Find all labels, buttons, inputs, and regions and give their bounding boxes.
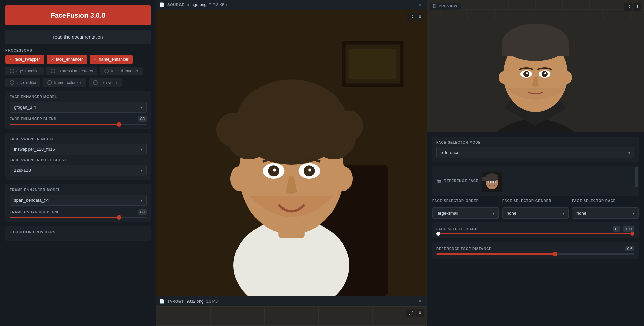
source-expand-button[interactable]: ⛶	[406, 13, 415, 21]
face-selector-gender-wrapper: none male female	[502, 207, 569, 219]
face-selector-race-label: FACE SELECTOR RACE	[572, 199, 639, 203]
processor-frame-enhancer[interactable]: ✓ frame_enhancer	[90, 55, 132, 64]
radio-icon	[10, 69, 14, 73]
target-image-area: ⛶ ⬇	[156, 306, 427, 326]
target-media-controls: ⛶ ⬇	[406, 309, 424, 317]
age-slider[interactable]	[436, 233, 634, 234]
radio-icon	[10, 80, 14, 85]
left-panel: FaceFusion 3.0.0 read the documentation …	[0, 0, 156, 326]
check-icon: ✓	[94, 57, 97, 62]
face-selector-order-col: FACE SELECTOR ORDER large-small small-la…	[432, 199, 499, 219]
preview-controls: ⛶ ⬇	[624, 3, 641, 11]
preview-expand-button[interactable]: ⛶	[624, 3, 632, 11]
face-selector-mode-label: FACE SELECTOR MODE	[436, 141, 634, 144]
doc-button[interactable]: read the documentation	[5, 30, 151, 44]
target-panel: 📄 TARGET 9832.png 1.1 MB ↓ ✕	[156, 296, 427, 326]
processor-face-enhancer[interactable]: ✓ face_enhancer	[47, 55, 87, 64]
middle-panel: 📄 SOURCE image.png 717.3 KB ↓ ✕	[156, 0, 427, 326]
source-close-button[interactable]: ✕	[417, 2, 423, 7]
svg-point-19	[334, 166, 353, 191]
target-filename: 9832.png	[186, 299, 203, 304]
target-expand-button[interactable]: ⛶	[406, 309, 415, 317]
preview-download-button[interactable]: ⬇	[633, 3, 641, 11]
processor-face-debugger[interactable]: face_debugger	[100, 67, 142, 75]
preview-icon: 🖼	[433, 4, 437, 8]
target-close-button[interactable]: ✕	[417, 298, 423, 304]
face-selector-mode-select[interactable]: reference one many order	[436, 147, 634, 158]
source-face-svg	[156, 10, 427, 296]
frame-enhancer-blend-value: 80	[138, 209, 147, 215]
processor-expression-restorer[interactable]: expression_restorer	[46, 67, 97, 75]
processor-face-editor[interactable]: face_editor	[5, 78, 40, 87]
svg-rect-4	[349, 49, 396, 79]
face-swapper-pixel-boost-label: FACE SWAPPER PIXEL BOOST	[10, 158, 147, 162]
reference-face-distance-label: REFERENCE FACE DISTANCE	[436, 247, 492, 251]
reference-face-distance-section: REFERENCE FACE DISTANCE 0.6	[432, 242, 639, 259]
face-swapper-pixel-boost-select[interactable]: 128x128 256x256 512x512	[10, 165, 147, 176]
face-selector-race-wrapper: none white black asian	[572, 207, 639, 219]
execution-providers-label: EXECUTION PROVIDERS	[10, 230, 147, 234]
face-enhancer-model-select[interactable]: gfpgan_1.4 gfpgan_1.3 codeformer	[10, 102, 147, 113]
face-enhancer-model-label: FACE ENHANCER MODEL	[10, 95, 147, 99]
target-download-button[interactable]: ⬇	[416, 309, 424, 317]
svg-point-73	[499, 71, 508, 84]
face-selector-order-select[interactable]: large-small small-large left-right right…	[432, 207, 499, 219]
source-filename: image.png	[187, 2, 206, 7]
processor-lip-syncer[interactable]: lip_syncer	[89, 78, 122, 87]
file-icon-target: 📄	[159, 299, 165, 304]
face-swapper-section: FACE SWAPPER MODEL inswapper_128_fp16 in…	[5, 133, 151, 180]
radio-icon	[104, 69, 109, 73]
face-selector-gender-select[interactable]: none male female	[502, 207, 569, 219]
svg-point-86	[489, 181, 490, 183]
face-selector-race-select[interactable]: none white black asian	[572, 207, 639, 219]
processor-face-swapper[interactable]: ✓ face_swapper	[5, 55, 44, 64]
reference-face-thumb	[482, 172, 502, 192]
source-image-area: ⛶ ⬇	[156, 10, 427, 296]
face-selector-gender-label: FACE SELECTOR GENDER	[502, 199, 569, 203]
svg-point-77	[526, 72, 528, 74]
face-swapper-pixel-boost-wrapper: 128x128 256x256 512x512	[10, 165, 147, 176]
age-slider-left-thumb[interactable]	[436, 232, 440, 236]
processor-age-modifier[interactable]: age_modifier	[5, 67, 44, 75]
source-download-button[interactable]: ⬇	[416, 13, 424, 21]
right-scrollbar[interactable]	[634, 166, 639, 196]
face-swapper-model-label: FACE SWAPPER MODEL	[10, 137, 147, 141]
target-panel-header: 📄 TARGET 9832.png 1.1 MB ↓ ✕	[156, 296, 427, 306]
radio-icon	[51, 69, 55, 73]
target-filesize: 1.1 MB ↓	[206, 299, 221, 303]
file-icon: 📄	[159, 2, 165, 7]
source-panel-header: 📄 SOURCE image.png 717.3 KB ↓ ✕	[156, 0, 427, 10]
source-panel-title: SOURCE	[167, 3, 185, 7]
svg-point-25	[308, 168, 311, 171]
right-panel: 🖼 PREVIEW ⛶ ⬇	[427, 0, 644, 326]
face-selector-race-col: FACE SELECTOR RACE none white black asia…	[572, 199, 639, 219]
age-min-value: 0	[613, 226, 620, 232]
face-enhancer-blend-slider[interactable]	[10, 124, 147, 125]
face-swapper-model-select[interactable]: inswapper_128_fp16 inswapper_128 simswap…	[10, 144, 147, 155]
scrollbar-thumb[interactable]	[635, 167, 638, 187]
frame-enhancer-blend-slider[interactable]	[10, 217, 147, 218]
age-slider-right-thumb[interactable]	[630, 232, 634, 236]
svg-rect-27	[156, 306, 427, 326]
face-selector-grid: FACE SELECTOR ORDER large-small small-la…	[432, 199, 639, 219]
radio-icon	[93, 80, 98, 85]
source-media-controls: ⛶ ⬇	[406, 13, 424, 21]
svg-point-80	[544, 72, 546, 74]
frame-enhancer-blend-label: FRAME ENHANCER BLEND	[10, 210, 60, 214]
face-selector-age-section: FACE SELECTOR AGE 0 100	[432, 222, 639, 238]
processor-tags: ✓ face_swapper ✓ face_enhancer ✓ frame_e…	[5, 55, 151, 87]
reference-face-distance-slider[interactable]	[436, 253, 634, 255]
svg-point-22	[273, 168, 276, 171]
preview-title: PREVIEW	[439, 4, 457, 8]
svg-rect-72	[502, 42, 569, 56]
frame-enhancer-model-select-wrapper: span_kendata_x4 real_esrgan_x4plus real_…	[10, 195, 147, 206]
processor-frame-colorizer[interactable]: frame_colorizer	[43, 78, 86, 87]
reference-face-distance-value: 0.6	[625, 246, 634, 251]
face-selector-order-label: FACE SELECTOR ORDER	[432, 199, 499, 203]
preview-area: 🖼 PREVIEW ⛶ ⬇	[427, 0, 644, 132]
age-max-value: 100	[623, 226, 634, 232]
frame-enhancer-model-select[interactable]: span_kendata_x4 real_esrgan_x4plus real_…	[10, 195, 147, 206]
processors-label: PROCESSORS	[5, 49, 151, 52]
source-panel: 📄 SOURCE image.png 717.3 KB ↓ ✕	[156, 0, 427, 296]
face-selector-order-wrapper: large-small small-large left-right right…	[432, 207, 499, 219]
